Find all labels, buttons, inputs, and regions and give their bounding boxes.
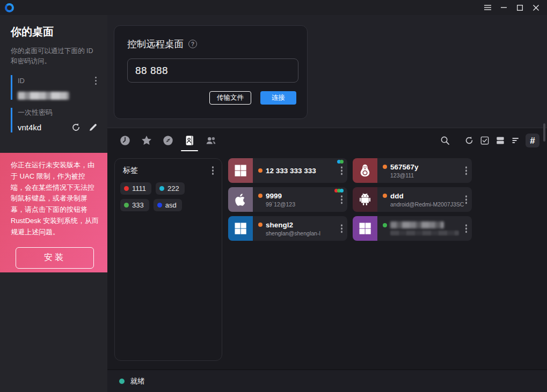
tag-label: asd xyxy=(165,201,177,209)
titlebar xyxy=(0,0,547,15)
tag-label: 333 xyxy=(132,201,144,209)
peer-card[interactable]: 567567y123@111 xyxy=(353,158,472,183)
peer-menu-kebab-icon[interactable] xyxy=(339,194,345,205)
id-section: ID xyxy=(11,75,98,100)
peer-status-dot xyxy=(383,223,387,227)
favorites-tab[interactable] xyxy=(141,135,152,146)
peer-card[interactable]: 999999`12@123 xyxy=(228,187,347,212)
tag-color-dot xyxy=(159,186,164,191)
id-menu-kebab-icon[interactable] xyxy=(93,75,99,87)
peer-username: shenglan@shenglan-l xyxy=(266,230,347,236)
search-icon xyxy=(440,135,450,146)
peer-status-dot xyxy=(383,194,387,198)
peer-menu-kebab-icon[interactable] xyxy=(464,194,469,205)
sort-button[interactable] xyxy=(510,135,522,146)
one-time-password-value: vnt4kd xyxy=(18,123,64,132)
install-button[interactable]: 安装 xyxy=(16,247,94,269)
control-remote-title: 控制远程桌面 xyxy=(127,38,184,50)
peer-menu-kebab-icon[interactable] xyxy=(339,165,345,176)
ready-status-text: 就绪 xyxy=(130,376,145,386)
close-icon xyxy=(533,5,539,11)
group-tab[interactable] xyxy=(205,135,217,146)
peer-status-dot xyxy=(258,194,262,198)
edit-password-pencil-icon[interactable] xyxy=(88,122,98,132)
tag-color-dot xyxy=(157,203,162,208)
peer-menu-kebab-icon[interactable] xyxy=(339,223,345,234)
statusbar: 就绪 xyxy=(107,369,547,392)
windows-os-icon xyxy=(228,216,253,241)
peer-card[interactable] xyxy=(353,216,472,241)
peer-username: android@Redmi-M2007J3SC xyxy=(390,201,472,208)
peer-status-dot xyxy=(383,165,387,169)
refresh-icon xyxy=(464,135,475,146)
peer-status-dot xyxy=(258,168,262,173)
tag-chip-list: 1111222333asd xyxy=(120,182,216,211)
peer-name: 12 333 333 333 xyxy=(266,167,316,175)
close-button[interactable] xyxy=(528,1,544,14)
tag-color-dot xyxy=(124,186,129,191)
hash-icon: # xyxy=(530,136,535,145)
help-circle-icon[interactable]: ? xyxy=(188,40,197,48)
peer-username: 123@111 xyxy=(390,172,472,179)
minimize-button[interactable] xyxy=(495,1,512,14)
connect-button[interactable]: 连接 xyxy=(260,91,296,105)
peers-section: # 标签 1111222333asd 12 333 333 333567567y… xyxy=(107,128,547,369)
peer-card[interactable]: dddandroid@Redmi-M2007J3SC xyxy=(353,187,472,212)
search-button[interactable] xyxy=(439,135,451,146)
recent-sessions-tab[interactable] xyxy=(119,135,131,146)
one-time-password-section: 一次性密码 vnt4kd xyxy=(11,108,98,132)
compass-icon xyxy=(162,135,174,146)
ready-status-dot xyxy=(119,379,125,384)
peer-card-grid: 12 333 333 333567567y123@111999999`12@12… xyxy=(228,158,472,369)
tags-title: 标签 xyxy=(123,166,138,175)
tags-menu-kebab-icon[interactable] xyxy=(210,165,216,176)
peer-menu-kebab-icon[interactable] xyxy=(464,165,469,176)
refresh-button[interactable] xyxy=(463,135,475,146)
peer-name: ddd xyxy=(390,192,404,200)
scrollbar-thumb[interactable] xyxy=(543,123,545,142)
peer-tag-dots xyxy=(336,189,344,193)
tag-chip[interactable]: 333 xyxy=(120,199,149,211)
your-desktop-title: 你的桌面 xyxy=(11,25,98,39)
maximize-icon xyxy=(517,5,523,11)
tags-panel: 标签 1111222333asd xyxy=(114,158,222,361)
tag-chip[interactable]: 1111 xyxy=(120,182,151,195)
checkbox-icon xyxy=(479,135,490,146)
peer-card[interactable]: shengl2shenglan@shenglan-l xyxy=(228,216,347,241)
discovered-tab[interactable] xyxy=(162,135,174,146)
peer-card[interactable]: 12 333 333 333 xyxy=(228,158,347,183)
rustdesk-logo-icon xyxy=(5,3,14,12)
minimize-icon xyxy=(501,7,507,8)
censored-peer-sub xyxy=(390,231,459,235)
tag-chip[interactable]: 222 xyxy=(156,182,185,195)
peer-name: 567567y xyxy=(390,163,419,171)
id-label: ID xyxy=(18,77,25,85)
select-button[interactable] xyxy=(479,135,491,146)
one-time-password-label: 一次性密码 xyxy=(18,108,98,117)
compact-view-button[interactable]: # xyxy=(526,134,539,147)
window-menu-button[interactable] xyxy=(479,1,495,14)
tag-chip[interactable]: asd xyxy=(154,199,182,211)
peer-toolbar: # xyxy=(107,128,547,153)
clock-icon xyxy=(119,135,131,146)
peer-name: shengl2 xyxy=(266,221,293,229)
tag-label: 222 xyxy=(167,184,179,193)
windows-os-icon xyxy=(353,216,377,241)
tag-label: 1111 xyxy=(132,184,146,193)
transfer-file-button[interactable]: 传输文件 xyxy=(209,91,251,105)
linux-os-icon xyxy=(353,158,377,183)
remote-id-input[interactable] xyxy=(127,58,298,83)
your-desktop-description: 你的桌面可以通过下面的 ID 和密码访问。 xyxy=(11,46,98,67)
people-icon xyxy=(205,135,217,146)
install-notice-text: 你正在运行未安装版本，由于 UAC 限制，作为被控端，会在某些情况下无法控制鼠标… xyxy=(11,160,99,238)
peer-status-dot xyxy=(258,223,262,227)
android-os-icon xyxy=(353,187,377,212)
sidebar: 你的桌面 你的桌面可以通过下面的 ID 和密码访问。 ID 一次性密码 vnt4… xyxy=(0,15,107,392)
address-book-tab[interactable] xyxy=(184,135,195,146)
card-view-button[interactable] xyxy=(494,135,506,146)
refresh-password-icon[interactable] xyxy=(71,122,81,132)
peer-username: 99`12@123 xyxy=(266,201,347,208)
peer-menu-kebab-icon[interactable] xyxy=(464,223,469,234)
sort-icon xyxy=(510,135,521,146)
maximize-button[interactable] xyxy=(512,1,528,14)
